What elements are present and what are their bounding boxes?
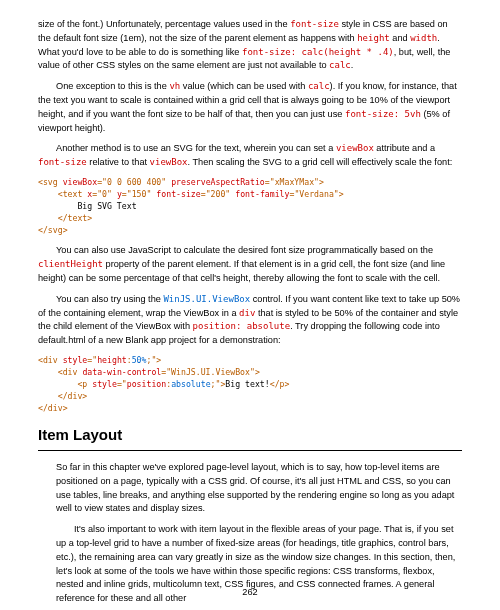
code-clientheight: clientHeight [38, 259, 103, 269]
code-height: height [357, 33, 390, 43]
code-fontsize: font-size [290, 19, 339, 29]
paragraph-4: You can also use JavaScript to calculate… [38, 244, 462, 285]
code-viewbox1: viewBox [336, 143, 374, 153]
code-calc2: calc [308, 81, 330, 91]
code-width: width [410, 33, 437, 43]
code-winjs-viewbox: WinJS.UI.ViewBox [163, 294, 250, 304]
code-calc-expr: font-size: calc(height * .4) [242, 47, 394, 57]
code-fontsize-5vh: font-size: 5vh [345, 109, 421, 119]
code-vh: vh [169, 81, 180, 91]
paragraph-5: You can also try using the WinJS.UI.View… [38, 293, 462, 348]
paragraph-3: Another method is to use an SVG for the … [38, 142, 462, 170]
code-calc: calc [329, 60, 351, 70]
svg-code-block: <svg viewBox="0 0 600 400" preserveAspec… [38, 177, 462, 236]
code-position-absolute: position: absolute [193, 321, 291, 331]
page-number: 262 [0, 586, 500, 600]
paragraph-2: One exception to this is the vh value (w… [38, 80, 462, 135]
code-viewbox2: viewBox [150, 157, 188, 167]
div-code-block: <div style="height:50%;"> <div data-win-… [38, 355, 462, 414]
paragraph-1: size of the font.) Unfortunately, percen… [38, 18, 462, 73]
code-fontsize2: font-size [38, 157, 87, 167]
heading-item-layout: Item Layout [38, 424, 462, 447]
code-div: div [239, 308, 255, 318]
paragraph-6: So far in this chapter we've explored pa… [56, 461, 462, 516]
heading-rule [38, 450, 462, 451]
